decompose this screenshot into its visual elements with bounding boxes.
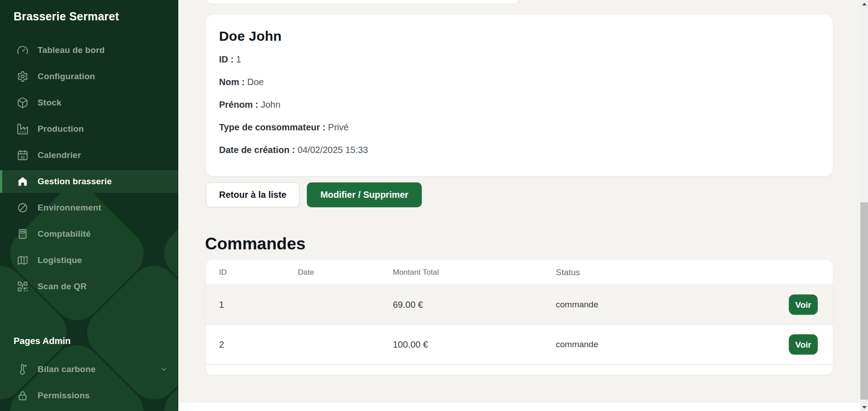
action-buttons: Retour à la liste Modifier / Supprimer: [206, 182, 422, 207]
field-label: Date de création :: [219, 145, 295, 155]
sidebar-item-label: Logistique: [38, 255, 82, 265]
order-row: 2 100.00 € commande Voir: [206, 325, 833, 365]
sidebar-item-comptabilite[interactable]: Comptabilité: [0, 223, 178, 245]
home-icon: [17, 176, 29, 187]
app-root: Brasserie Sermaret Tableau de bord Confi…: [0, 0, 868, 411]
chevron-down-icon[interactable]: [160, 366, 167, 373]
previous-card-edge: [208, 0, 518, 4]
gauge-icon: [17, 44, 29, 56]
sidebar-item-gestion-brasserie[interactable]: Gestion brasserie: [0, 170, 178, 193]
field-value: 1: [236, 54, 241, 64]
qr-code-icon: [17, 281, 29, 292]
scrollbar-thumb[interactable]: [860, 202, 868, 400]
sidebar-item-label: Bilan carbone: [38, 364, 95, 374]
sidebar-item-label: Gestion brasserie: [38, 177, 112, 186]
scroll-up-arrow[interactable]: [860, 0, 868, 8]
sidebar-item-logistique[interactable]: Logistique: [0, 249, 178, 272]
sidebar-item-scan-de-qr[interactable]: Scan de QR: [0, 275, 178, 298]
sidebar-item-permissions[interactable]: Permissions: [0, 384, 178, 407]
sidebar-item-label: Permissions: [38, 391, 90, 401]
package-icon: [17, 97, 29, 109]
view-order-button[interactable]: Voir: [789, 295, 818, 315]
field-value: Doe: [247, 77, 264, 87]
map-icon: [17, 254, 29, 266]
sidebar-item-stock[interactable]: Stock: [0, 91, 178, 114]
field-id: ID : 1: [219, 54, 819, 65]
field-type-consommateur: Type de consommateur : Privé: [219, 122, 819, 133]
view-order-button[interactable]: Voir: [789, 335, 818, 355]
field-label: ID :: [219, 54, 234, 64]
svg-text:12: 12: [20, 155, 25, 159]
sidebar-item-label: Comptabilité: [38, 229, 91, 239]
brand-title: Brasserie Sermaret: [14, 10, 119, 23]
calculator-icon: [17, 228, 29, 240]
sidebar-item-production[interactable]: Production: [0, 118, 178, 140]
consumer-name-title: Doe John: [219, 29, 819, 44]
sidebar-nav: Tableau de bord Configuration Stock Prod…: [0, 39, 178, 301]
back-to-list-button[interactable]: Retour à la liste: [206, 182, 300, 207]
order-id-cell: 1: [206, 300, 298, 310]
sidebar-item-label: Configuration: [38, 72, 95, 81]
sidebar-item-environnement[interactable]: Environnement: [0, 196, 178, 219]
leaf-icon: [17, 202, 29, 214]
sidebar-item-label: Tableau de bord: [38, 45, 105, 55]
sidebar-item-tableau-de-bord[interactable]: Tableau de bord: [0, 39, 178, 62]
orders-section-title: Commandes: [205, 234, 305, 253]
field-value: John: [261, 100, 280, 110]
field-label: Prénom :: [219, 100, 258, 110]
sidebar-item-calendrier[interactable]: 12 Calendrier: [0, 144, 178, 167]
column-header-id: ID: [206, 268, 298, 277]
sidebar-item-label: Production: [38, 124, 84, 134]
edit-delete-button[interactable]: Modifier / Supprimer: [307, 182, 422, 207]
page-bottom-strip: [178, 403, 860, 411]
order-row: 1 69.00 € commande Voir: [206, 285, 833, 325]
consumer-detail-card: Doe John ID : 1 Nom : Doe Prénom : John …: [206, 15, 833, 176]
field-value: Privé: [328, 122, 349, 132]
factory-icon: [17, 123, 29, 135]
sidebar-item-label: Environnement: [38, 203, 101, 213]
vertical-scrollbar[interactable]: [860, 0, 868, 411]
order-id-cell: 2: [206, 339, 298, 350]
pages-admin-section: Pages Admin Bilan carbone Permissions: [0, 336, 178, 411]
sidebar-item-label: Scan de QR: [38, 282, 87, 292]
sidebar-item-configuration[interactable]: Configuration: [0, 65, 178, 88]
sidebar-item-label: Stock: [38, 98, 62, 108]
order-total-cell: 69.00 €: [393, 300, 556, 310]
calendar-icon: 12: [17, 149, 29, 161]
orders-table-header: ID Date Montant Total Status: [206, 260, 833, 285]
gear-icon: [17, 71, 29, 82]
sidebar-item-label: Calendrier: [38, 150, 81, 160]
pages-admin-heading: Pages Admin: [14, 336, 178, 346]
column-header-montant-total: Montant Total: [393, 268, 556, 277]
sidebar: Brasserie Sermaret Tableau de bord Confi…: [0, 0, 178, 411]
thermometer-icon: [17, 363, 29, 375]
field-prenom: Prénom : John: [219, 99, 819, 110]
field-date-creation: Date de création : 04/02/2025 15:33: [219, 144, 819, 155]
column-header-date: Date: [298, 268, 393, 277]
field-label: Type de consommateur :: [219, 122, 325, 132]
field-label: Nom :: [219, 77, 245, 87]
field-value: 04/02/2025 15:33: [297, 145, 368, 155]
sidebar-item-bilan-carbone[interactable]: Bilan carbone: [0, 358, 178, 381]
main-content: Doe John ID : 1 Nom : Doe Prénom : John …: [178, 0, 860, 411]
order-total-cell: 100.00 €: [393, 339, 556, 350]
column-header-status: Status: [556, 268, 833, 277]
scroll-down-arrow[interactable]: [860, 403, 868, 411]
orders-table-card: ID Date Montant Total Status 1 69.00 € c…: [206, 260, 833, 375]
lock-icon: [17, 390, 29, 401]
field-nom: Nom : Doe: [219, 76, 819, 87]
